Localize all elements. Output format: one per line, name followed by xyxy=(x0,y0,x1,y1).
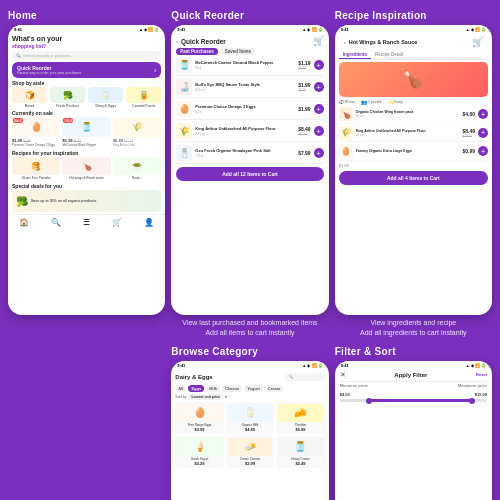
recipe-img-2: 🍗 xyxy=(62,157,110,175)
sale-item[interactable]: SALE 🥚 $1.39 $1.89 Premium Choice Omega … xyxy=(12,117,60,147)
home-phone: 9:41 ▲ ◈ 📶 🔋 What's on your shopping lis… xyxy=(8,25,165,315)
aisle-item[interactable]: 🥛 Dairy & Eggs xyxy=(88,87,123,108)
nav-menu[interactable]: ☰ xyxy=(83,218,90,227)
reorder-item-2: 🍶 Bull's Eye BBQ Sauce Texas Style 255 m… xyxy=(176,79,323,98)
fs-phone: 9:41 ▲ ◈ 📶 🔋 ✕ Apply Filter Reset Minimu… xyxy=(335,361,492,500)
ri-desc-line1: View ingredients and recipe xyxy=(370,319,456,326)
ri-back-icon[interactable]: ‹ xyxy=(344,39,346,45)
cat-tab-cream[interactable]: Cream xyxy=(265,385,283,392)
bread-img: 🍞 xyxy=(12,87,47,103)
deals-label: Special deals for you xyxy=(12,183,161,189)
sale-item[interactable]: SALE 🫙 $1.19 $1.49 McCormick Black Peppe… xyxy=(62,117,110,147)
fs-status-bar: 9:41 ▲ ◈ 📶 🔋 xyxy=(335,361,492,369)
add-btn-2[interactable]: + xyxy=(314,82,324,92)
sort-row: Sort by Lowest unit price ▾ xyxy=(175,394,324,400)
tab-recipe-detail[interactable]: Recipe Detail xyxy=(371,51,407,59)
recipe-item[interactable]: 🥞 Gluten Free Pancake xyxy=(12,157,60,180)
nav-home[interactable]: 🏠 xyxy=(19,218,29,227)
cat-tab-milk[interactable]: Milk xyxy=(206,385,220,392)
sale-img-1: SALE 🥚 xyxy=(12,117,60,137)
ri-add-all-button[interactable]: Add all 4 Items to Cart xyxy=(339,171,488,185)
reorder-sub-4: 2.27 kg xyxy=(195,132,295,136)
aisle-item[interactable]: 🥦 Fresh Produce xyxy=(50,87,85,108)
sale-item[interactable]: 🌾 $8.49 $10.99 King Arthur Unbl... xyxy=(113,117,161,147)
max-price-label: Maximum price xyxy=(458,383,487,388)
add-btn-4[interactable]: + xyxy=(314,126,324,136)
slider-thumb-min[interactable] xyxy=(366,398,372,404)
cat-tab-all[interactable]: All xyxy=(175,385,186,392)
qr-desc-line1: View last purchased and bookmarked items xyxy=(182,319,317,326)
recipe-item[interactable]: 🥗 Rustic... xyxy=(113,157,161,180)
home-status-bar: 9:41 ▲ ◈ 📶 🔋 xyxy=(8,25,165,33)
recipe-item[interactable]: 🍗 Hot wings & Ranch sauce xyxy=(62,157,110,180)
home-content: What's on your shopping list? 🔍 Search b… xyxy=(8,33,165,214)
dairy-name: Dairy & Eggs xyxy=(88,104,123,108)
fs-label: Filter & Sort xyxy=(335,346,492,357)
aisle-item[interactable]: 🥫 Canned Foods xyxy=(126,87,161,108)
product-card[interactable]: 🥚 Free Range Eggs $3.99 xyxy=(175,402,223,434)
qr-status-bar: 9:41 ▲ ◈ 📶 🔋 xyxy=(171,25,328,33)
product-img-1: 🥚 xyxy=(177,404,221,422)
sale-img-3: 🌾 xyxy=(113,117,161,137)
nav-cart[interactable]: 🛒 xyxy=(112,218,122,227)
qr-back-icon[interactable]: ‹ xyxy=(176,38,178,44)
ri-cart-icon[interactable]: 🛒 xyxy=(472,37,483,47)
home-title: What's on your xyxy=(12,35,161,43)
product-price-3: $5.99 xyxy=(278,427,322,432)
product-card[interactable]: 🫙 Heavy Cream $2.49 xyxy=(276,436,324,468)
bc-search[interactable]: 🔍 xyxy=(285,373,325,381)
ingr-oldprice-2: $10.65 xyxy=(462,134,475,138)
reorder-sub-2: 255 ml xyxy=(195,88,295,92)
recipe-img-1: 🥞 xyxy=(12,157,60,175)
cat-tab-cheese[interactable]: Cheese xyxy=(222,385,242,392)
filter-reset-button[interactable]: Reset xyxy=(476,372,487,377)
dairy-img: 🥛 xyxy=(88,87,123,103)
reorder-sub-5: 700 g xyxy=(195,154,295,158)
cat-tab-yogurt[interactable]: Yogurt xyxy=(244,385,263,392)
ingr-add-btn-3[interactable]: + xyxy=(478,146,488,156)
add-btn-5[interactable]: + xyxy=(314,148,324,158)
recipe-tabs: Ingredients Recipe Detail xyxy=(339,51,488,60)
add-btn-1[interactable]: + xyxy=(314,60,324,70)
home-search[interactable]: 🔍 Search brands or products... xyxy=(12,51,161,60)
cat-tab-eggs[interactable]: Eggs xyxy=(188,385,204,392)
tab-saved-items[interactable]: Saved Items xyxy=(221,48,255,55)
product-card[interactable]: 🧈 Cream Cheese $2.99 xyxy=(226,436,274,468)
meta-difficulty-text: Easy xyxy=(395,100,403,104)
sort-label: Sort by xyxy=(175,395,186,399)
ri-phone: 9:41 ▲ ◈ 📶 🔋 ‹ Hot Wings & Ranch Sauce 🛒… xyxy=(335,25,492,315)
search-icon: 🔍 xyxy=(16,53,21,58)
bc-time: 9:41 xyxy=(177,363,185,368)
reorder-item-5: 🧂 Geo Fresh Organic Himalayan Pink Salt … xyxy=(176,145,323,164)
bc-phone: 9:41 ▲ ◈ 📶 🔋 Dairy & Eggs 🔍 All Eggs Mil… xyxy=(171,361,328,500)
profile-nav-icon: 👤 xyxy=(144,218,154,227)
reorder-price-5: $7.99 xyxy=(298,150,311,156)
price-slider-track[interactable] xyxy=(340,399,487,402)
nav-browse[interactable]: 🔍 xyxy=(51,218,61,227)
tab-past-purchases[interactable]: Past Purchases xyxy=(176,48,218,55)
add-all-button[interactable]: Add all 12 Items to Cart xyxy=(176,167,323,181)
clock-icon: ⏱ xyxy=(339,99,344,105)
product-card[interactable]: 🥛 Organic Milk $4.49 xyxy=(226,402,274,434)
deals-banner[interactable]: 🥦 Save up to 50% on all organic products xyxy=(12,190,161,212)
qr-arrow-icon: › xyxy=(154,67,156,74)
slider-thumb-max[interactable] xyxy=(469,398,475,404)
add-btn-3[interactable]: + xyxy=(314,104,324,114)
qr-label: Quick Reorder xyxy=(171,10,328,21)
aisle-item[interactable]: 🍞 Bread xyxy=(12,87,47,108)
filter-close-icon[interactable]: ✕ xyxy=(340,371,346,379)
product-price-1: $3.99 xyxy=(177,427,221,432)
product-card[interactable]: 🧀 Cheddar $5.99 xyxy=(276,402,324,434)
sort-button[interactable]: Lowest unit price xyxy=(188,394,223,400)
reorder-img-1: 🫙 xyxy=(176,57,192,73)
recipe-items: 🥞 Gluten Free Pancake 🍗 Hot wings & Ranc… xyxy=(12,157,161,180)
ingr-add-btn-1[interactable]: + xyxy=(478,109,488,119)
qr-cart-icon[interactable]: 🛒 xyxy=(313,36,324,46)
filter-price-section: Minimum price Maximum price $4.50 $15.00 xyxy=(335,381,492,405)
bread-name: Bread xyxy=(12,104,47,108)
product-card[interactable]: 🍦 Greek Yogurt $3.29 xyxy=(175,436,223,468)
tab-ingredients[interactable]: Ingredients xyxy=(339,51,371,59)
ingr-add-btn-2[interactable]: + xyxy=(478,128,488,138)
nav-profile[interactable]: 👤 xyxy=(144,218,154,227)
quick-reorder-banner[interactable]: Quick Reorder Fastest way to order your … xyxy=(12,62,161,78)
